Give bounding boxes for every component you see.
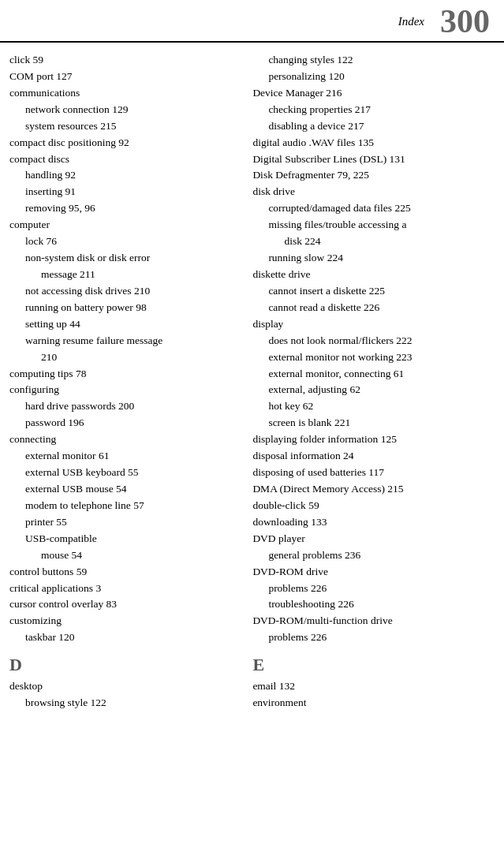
index-entry: Disk Defragmenter 79, 225: [252, 167, 495, 184]
left-column: click 59COM port 127communicationsnetwor…: [9, 52, 245, 711]
index-entry: connecting: [9, 431, 237, 448]
index-entry: disk 224: [252, 233, 495, 250]
index-entry: external USB keyboard 55: [9, 465, 237, 481]
index-entry: DVD-ROM drive: [252, 564, 495, 581]
index-entry: cannot insert a diskette 225: [252, 283, 495, 300]
index-entry: external monitor, connecting 61: [252, 366, 495, 383]
index-entry: digital audio .WAV files 135: [252, 135, 495, 151]
index-entry: DVD-ROM/multi-function drive: [252, 613, 495, 629]
index-entry: critical applications 3: [9, 581, 237, 597]
index-entry: setting up 44: [9, 316, 237, 333]
index-entry: hard drive passwords 200: [9, 398, 237, 415]
index-entry: downloading 133: [252, 514, 495, 531]
index-entry: warning resume failure message: [9, 333, 237, 349]
index-entry: screen is blank 221: [252, 415, 495, 431]
index-entry: changing styles 122: [252, 52, 495, 69]
index-entry: email 132: [252, 678, 495, 695]
index-entry: diskette drive: [252, 267, 495, 283]
index-entry: handling 92: [9, 167, 237, 184]
index-entry: compact discs: [9, 151, 237, 168]
index-entry: environment: [252, 695, 495, 711]
index-entry: personalizing 120: [252, 69, 495, 85]
index-entry: removing 95, 96: [9, 200, 237, 217]
index-entry: missing files/trouble accessing a: [252, 217, 495, 233]
index-entry: customizing: [9, 613, 237, 629]
header-number: 300: [440, 5, 490, 38]
index-entry: DVD player: [252, 531, 495, 547]
index-entry: network connection 129: [9, 102, 237, 118]
index-entry: external USB mouse 54: [9, 481, 237, 498]
index-entry: disposing of used batteries 117: [252, 465, 495, 481]
index-entry: message 211: [9, 267, 237, 283]
index-entry: cannot read a diskette 226: [252, 300, 495, 316]
section-letter: D: [9, 654, 237, 677]
index-entry: control buttons 59: [9, 564, 237, 581]
index-entry: computing tips 78: [9, 366, 237, 383]
index-entry: USB-compatible: [9, 531, 237, 547]
index-entry: configuring: [9, 382, 237, 398]
index-entry: external monitor not working 223: [252, 349, 495, 366]
index-entry: cursor control overlay 83: [9, 596, 237, 613]
index-entry: not accessing disk drives 210: [9, 283, 237, 300]
index-entry: system resources 215: [9, 118, 237, 135]
index-entry: printer 55: [9, 514, 237, 531]
index-entry: general problems 236: [252, 547, 495, 564]
section-letter: E: [252, 654, 495, 677]
index-entry: inserting 91: [9, 184, 237, 200]
index-entry: browsing style 122: [9, 695, 237, 711]
index-entry: DMA (Direct Memory Access) 215: [252, 481, 495, 498]
page-header: Index 300: [0, 0, 504, 43]
index-entry: Device Manager 216: [252, 85, 495, 102]
index-entry: disposal information 24: [252, 448, 495, 465]
index-entry: corrupted/damaged data files 225: [252, 200, 495, 217]
index-entry: disabling a device 217: [252, 118, 495, 135]
index-entry: troubleshooting 226: [252, 596, 495, 613]
index-entry: desktop: [9, 678, 237, 695]
index-entry: click 59: [9, 52, 237, 69]
index-entry: 210: [9, 349, 237, 366]
index-entry: external, adjusting 62: [252, 382, 495, 398]
index-entry: disk drive: [252, 184, 495, 200]
index-entry: external monitor 61: [9, 448, 237, 465]
index-entry: lock 76: [9, 233, 237, 250]
index-entry: problems 226: [252, 581, 495, 597]
header-label: Index: [14, 15, 440, 28]
index-entry: communications: [9, 85, 237, 102]
right-column: changing styles 122personalizing 120Devi…: [245, 52, 495, 711]
index-entry: computer: [9, 217, 237, 233]
index-entry: display: [252, 316, 495, 333]
content-area: click 59COM port 127communicationsnetwor…: [0, 43, 504, 721]
index-entry: problems 226: [252, 629, 495, 646]
index-entry: taskbar 120: [9, 629, 237, 646]
index-entry: checking properties 217: [252, 102, 495, 118]
index-entry: does not look normal/flickers 222: [252, 333, 495, 349]
index-entry: running slow 224: [252, 250, 495, 267]
index-entry: displaying folder information 125: [252, 431, 495, 448]
index-entry: hot key 62: [252, 398, 495, 415]
index-entry: double-click 59: [252, 498, 495, 514]
index-entry: Digital Subscriber Lines (DSL) 131: [252, 151, 495, 168]
index-entry: running on battery power 98: [9, 300, 237, 316]
index-entry: password 196: [9, 415, 237, 431]
index-entry: modem to telephone line 57: [9, 498, 237, 514]
index-entry: mouse 54: [9, 547, 237, 564]
index-entry: COM port 127: [9, 69, 237, 85]
index-entry: compact disc positioning 92: [9, 135, 237, 151]
index-entry: non-system disk or disk error: [9, 250, 237, 267]
